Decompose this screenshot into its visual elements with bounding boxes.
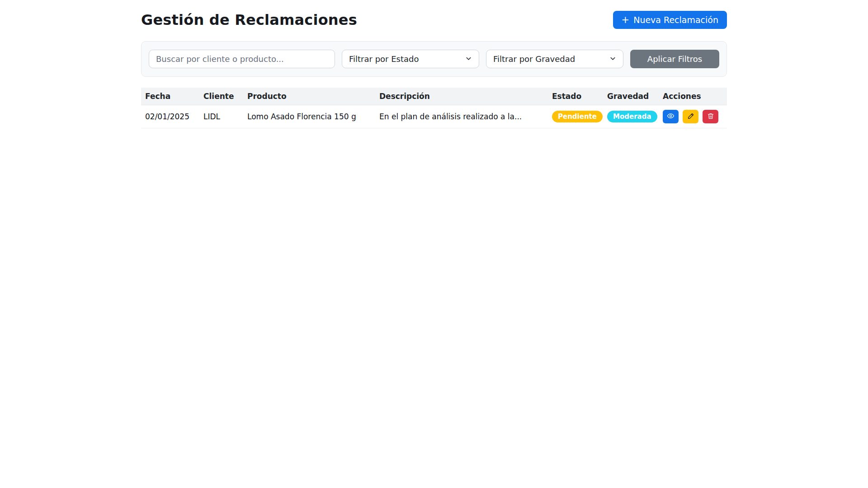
cell-fecha: 02/01/2025: [141, 105, 199, 128]
column-header-cliente: Cliente: [199, 88, 243, 105]
column-header-fecha: Fecha: [141, 88, 199, 105]
cell-descripcion: En el plan de análisis realizado a la...: [375, 105, 548, 128]
new-claim-button[interactable]: + Nueva Reclamación: [613, 11, 727, 29]
column-header-producto: Producto: [243, 88, 375, 105]
main-container: Gestión de Reclamaciones + Nueva Reclama…: [141, 0, 727, 128]
eye-icon: [667, 112, 675, 121]
row-actions: [663, 110, 723, 123]
chevron-down-icon: [465, 54, 472, 64]
edit-button[interactable]: [683, 110, 698, 123]
column-header-estado: Estado: [548, 88, 603, 105]
view-button[interactable]: [663, 110, 679, 123]
cell-gravedad: Moderada: [603, 105, 659, 128]
column-header-acciones: Acciones: [659, 88, 727, 105]
table-row: 02/01/2025 LIDL Lomo Asado Florencia 150…: [141, 105, 727, 128]
delete-button[interactable]: [703, 110, 718, 123]
cell-acciones: [659, 105, 727, 128]
filter-bar: Filtrar por Estado Filtrar por Gravedad …: [141, 41, 727, 77]
claims-table: Fecha Cliente Producto Descripción Estad…: [141, 88, 727, 128]
pencil-icon: [687, 113, 694, 121]
plus-icon: +: [622, 15, 630, 25]
status-badge: Pendiente: [552, 111, 603, 122]
gravedad-filter-label: Filtrar por Gravedad: [493, 54, 575, 64]
page-header: Gestión de Reclamaciones + Nueva Reclama…: [141, 11, 727, 29]
new-claim-button-label: Nueva Reclamación: [633, 15, 718, 25]
trash-icon: [707, 113, 714, 121]
column-header-descripcion: Descripción: [375, 88, 548, 105]
severity-badge: Moderada: [607, 111, 657, 122]
search-input[interactable]: [149, 50, 335, 68]
apply-filters-button[interactable]: Aplicar Filtros: [630, 50, 719, 68]
estado-filter-label: Filtrar por Estado: [349, 54, 419, 64]
page-title: Gestión de Reclamaciones: [141, 11, 357, 28]
cell-producto: Lomo Asado Florencia 150 g: [243, 105, 375, 128]
chevron-down-icon: [609, 54, 616, 64]
estado-filter-select[interactable]: Filtrar por Estado: [342, 50, 479, 68]
cell-estado: Pendiente: [548, 105, 603, 128]
table-header-row: Fecha Cliente Producto Descripción Estad…: [141, 88, 727, 105]
column-header-gravedad: Gravedad: [603, 88, 659, 105]
cell-cliente: LIDL: [199, 105, 243, 128]
gravedad-filter-select[interactable]: Filtrar por Gravedad: [486, 50, 623, 68]
